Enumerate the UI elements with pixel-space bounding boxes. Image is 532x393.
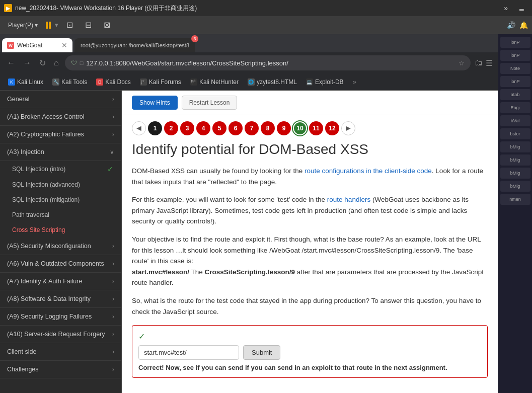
title-bar-text: new_20202418- VMware Workstation 16 Play… <box>15 4 197 13</box>
page-btn-7[interactable]: 7 <box>245 121 259 135</box>
right-tab-nmen[interactable]: nmen <box>500 194 530 205</box>
sidebar-sub-sql-advanced[interactable]: SQL Injection (advanced) <box>0 177 121 192</box>
right-tab-bmig-2[interactable]: bMig <box>500 154 530 166</box>
pause-button[interactable] <box>46 22 51 29</box>
right-tab-bmig-1-label: bMig <box>510 144 520 149</box>
vm-ctrl-icon-3: ⊠ <box>104 20 110 30</box>
bookmark-kali-tools[interactable]: 🔧 Kali Tools <box>48 76 91 88</box>
bookmarks-overflow-btn[interactable]: » <box>349 76 360 88</box>
answer-submit-btn[interactable]: Submit <box>243 345 280 360</box>
show-hints-btn[interactable]: Show Hints <box>132 96 178 110</box>
page-btn-3[interactable]: 3 <box>180 121 194 135</box>
page-btn-5[interactable]: 5 <box>212 121 226 135</box>
vm-ctrl-btn-1[interactable]: ⊡ <box>62 18 77 32</box>
sidebar-challenges-label: Challenges <box>7 366 39 373</box>
right-tab-bval[interactable]: bVal <box>500 115 530 126</box>
right-tab-note[interactable]: Note <box>500 63 530 74</box>
content-para-3: Your objective is to find the route and … <box>132 234 488 288</box>
vm-notify-icon[interactable]: 🔔 <box>519 21 528 29</box>
base-route-text: start.mvc#lesson/ <box>132 268 189 276</box>
page-next-btn[interactable]: ► <box>341 121 355 135</box>
page-btn-11[interactable]: 11 <box>309 121 323 135</box>
right-tab-ionp-1[interactable]: ionP <box>500 37 530 48</box>
sidebar-sub-sql-intro[interactable]: SQL Injection (intro) ✓ <box>0 161 121 177</box>
right-tab-bstor[interactable]: bstor <box>500 128 530 139</box>
sidebar-item-a10[interactable]: (A10) Server-side Request Forgery › <box>0 326 121 343</box>
css-lesson-text: CrossSiteScripting.lesson/9 <box>205 268 295 276</box>
browser-menu-icon[interactable]: ☰ <box>486 58 493 68</box>
page-btn-1[interactable]: 1 <box>148 121 162 135</box>
page-btn-6[interactable]: 6 <box>229 121 243 135</box>
bookmark-kali-docs-label: Kali Docs <box>105 78 131 86</box>
sidebar-item-a2[interactable]: (A2) Cryptographic Failures › <box>0 126 121 143</box>
player-menu-btn[interactable]: Player(P) ▾ <box>4 20 42 31</box>
address-bookmark-icon[interactable]: ☆ <box>459 59 465 67</box>
sidebar-a6-label: (A6) Vuln & Outdated Components <box>7 260 104 267</box>
restart-lesson-btn[interactable]: Restart Lesson <box>182 96 238 110</box>
sidebar-item-a1[interactable]: (A1) Broken Access Control › <box>0 108 121 126</box>
page-btn-4[interactable]: 4 <box>196 121 210 135</box>
vm-ctrl-btn-2[interactable]: ⊟ <box>81 18 96 32</box>
bookmark-kali-nethunter[interactable]: 🏴 Kali NetHunter <box>186 76 243 88</box>
sidebar-a2-label: (A2) Cryptographic Failures <box>7 131 84 138</box>
right-tab-ionp-3[interactable]: ionP <box>500 76 530 87</box>
home-button[interactable]: ⌂ <box>52 56 61 69</box>
right-tab-bmig-4[interactable]: bMig <box>500 181 530 192</box>
sidebar-sub-xss[interactable]: Cross Site Scripting <box>0 222 121 238</box>
refresh-button[interactable]: ↻ <box>37 56 48 70</box>
sidebar-item-a5[interactable]: (A5) Security Misconfiguration › <box>0 238 121 255</box>
right-tab-ionp-2[interactable]: ionP <box>500 50 530 61</box>
content-para-1: DOM-Based XSS can usually be found by lo… <box>132 166 488 187</box>
sidebar-item-a3[interactable]: (A3) Injection ∨ <box>0 143 121 161</box>
kali-tools-icon: 🔧 <box>52 78 59 86</box>
save-to-pocket-icon[interactable]: 🗂 <box>475 58 483 67</box>
address-input-wrap[interactable]: 🛡 □ ☆ <box>65 55 471 70</box>
sidebar-general-label: General <box>7 96 29 103</box>
tab-webgoat[interactable]: W WebGoat ✕ <box>2 38 72 52</box>
bookmark-kali-linux[interactable]: K Kali Linux <box>4 76 47 88</box>
tab-webgoat-close[interactable]: ✕ <box>61 41 67 49</box>
sidebar-client-chevron: › <box>112 348 114 355</box>
sidebar-a8-label: (A8) Software & Data Integrity <box>7 295 91 302</box>
answer-input[interactable] <box>138 345 239 360</box>
sidebar-section-general[interactable]: General › <box>0 91 121 108</box>
sidebar-item-client[interactable]: Client side › <box>0 343 121 361</box>
right-tab-bmig-1[interactable]: bMig <box>500 141 530 152</box>
sidebar-sub-sql-intro-check: ✓ <box>107 165 113 173</box>
bookmark-kali-docs[interactable]: D Kali Docs <box>92 76 135 88</box>
page-prev-btn[interactable]: ◄ <box>132 121 146 135</box>
answer-checkmark: ✓ <box>138 332 481 341</box>
right-tab-atab[interactable]: atab <box>500 89 530 100</box>
sidebar-item-a8[interactable]: (A8) Software & Data Integrity › <box>0 290 121 308</box>
forward-button[interactable]: → <box>21 56 33 69</box>
vm-volume-icon[interactable]: 🔊 <box>507 21 515 29</box>
sidebar-item-a7[interactable]: (A7) Identity & Auth Failure › <box>0 273 121 290</box>
bookmark-yzytest[interactable]: 🌐 yzytest8.HTML <box>244 76 301 88</box>
right-tab-bmig-3-label: bMig <box>510 171 520 176</box>
page-btn-12[interactable]: 12 <box>325 121 339 135</box>
address-input[interactable] <box>86 59 455 67</box>
vm-toolbar: Player(P) ▾ ▾ ⊡ ⊟ ⊠ 🔊 🔔 <box>0 16 532 34</box>
answer-input-row: Submit <box>138 345 481 360</box>
sidebar-item-a6[interactable]: (A6) Vuln & Outdated Components › <box>0 255 121 273</box>
page-btn-9[interactable]: 9 <box>277 121 291 135</box>
bookmark-kali-forums[interactable]: 🏴 Kali Forums <box>136 76 185 88</box>
page-btn-2[interactable]: 2 <box>164 121 178 135</box>
back-button[interactable]: ← <box>5 56 17 69</box>
title-minimize-btn[interactable]: 🗕 <box>515 3 528 13</box>
sidebar-item-challenges[interactable]: Challenges › <box>0 361 121 378</box>
right-tab-bmig-3[interactable]: bMig <box>500 168 530 179</box>
address-lock-icon: □ <box>80 60 84 66</box>
sidebar-item-a9[interactable]: (A9) Security Logging Failures › <box>0 308 121 326</box>
right-tab-engi[interactable]: Engi <box>500 102 530 113</box>
page-btn-10[interactable]: 10 <box>293 121 307 135</box>
vm-ctrl-btn-3[interactable]: ⊠ <box>100 18 114 32</box>
sidebar-sub-path-traversal[interactable]: Path traversal <box>0 207 121 222</box>
sidebar-sub-sql-mitigation[interactable]: SQL Injection (mitigation) <box>0 192 121 207</box>
sidebar-a9-label: (A9) Security Logging Failures <box>7 313 92 320</box>
bookmark-exploit-db[interactable]: 💻 Exploit-DB <box>302 76 348 88</box>
page-btn-8[interactable]: 8 <box>261 121 275 135</box>
content-para-1-text: DOM-Based XSS can usually be found by lo… <box>132 167 483 186</box>
title-overflow-btn[interactable]: » <box>501 3 511 13</box>
tab-terminal[interactable]: root@yuzongyuan: /home/kali/Desktop/test… <box>74 38 195 52</box>
